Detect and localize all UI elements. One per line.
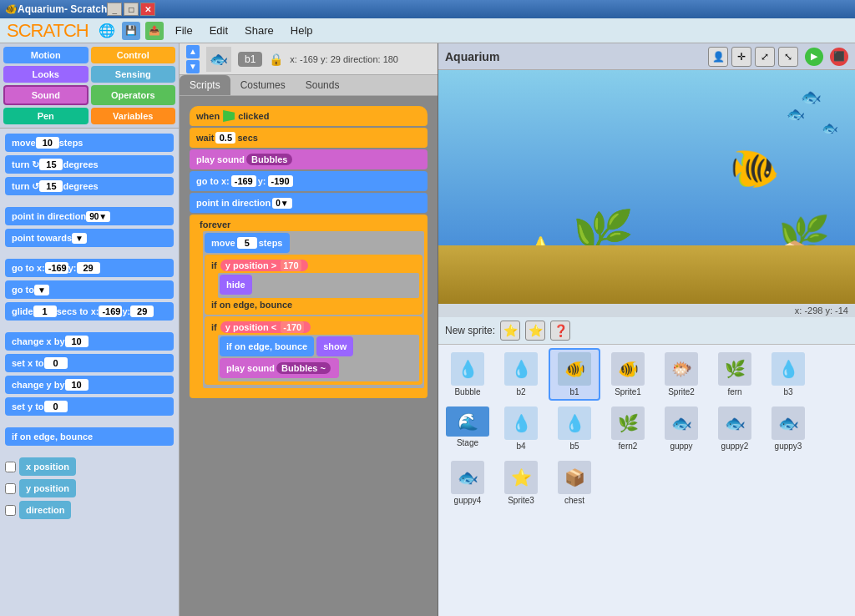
block-edge-bounce-2[interactable]: if on edge, bounce	[220, 336, 314, 356]
block-glide[interactable]: glide 1 secs to x: -169 y: 29	[5, 302, 174, 321]
block-set-y[interactable]: set y to 0	[5, 397, 174, 416]
sprite-thumb-stage[interactable]: 🌊 Stage	[442, 402, 493, 455]
menu-help[interactable]: Help	[284, 21, 320, 40]
full-screen-icon[interactable]: 👤	[708, 47, 728, 67]
block-move-5[interactable]: move 5 steps	[205, 233, 290, 253]
sprite-thumb-b4[interactable]: 💧 b4	[495, 402, 547, 455]
block-if-y-neg170[interactable]: if y position < -170 if on edge, bounce …	[205, 316, 422, 385]
category-sensing[interactable]: Sensing	[91, 66, 176, 83]
block-x-position[interactable]: x position	[19, 457, 76, 476]
sprite-thumb-fern[interactable]: 🌿 fern	[709, 348, 761, 401]
tab-sounds[interactable]: Sounds	[296, 75, 350, 95]
scripts-area[interactable]: when clicked wait 0.5 secs play sound Bu…	[180, 96, 438, 616]
paint-sprite-btn[interactable]: ⭐	[500, 321, 520, 341]
sprite-thumb-fern2[interactable]: 🌿 fern2	[602, 402, 654, 455]
menu-edit[interactable]: Edit	[203, 21, 235, 40]
block-edge-bounce[interactable]: if on edge, bounce	[5, 427, 174, 446]
block-if-y-170[interactable]: if y position > 170 hide if on edge, bou…	[205, 255, 422, 315]
block-hide[interactable]: hide	[220, 275, 252, 295]
block-goto-xy-script[interactable]: go to x: -169 y: -190	[190, 171, 428, 191]
category-pen[interactable]: Pen	[3, 108, 89, 124]
block-change-y[interactable]: change y by 10	[5, 376, 174, 394]
block-move[interactable]: move 10 steps	[5, 134, 174, 152]
expand-icon[interactable]: ⤢	[755, 47, 775, 67]
sprite-img-b4: 💧	[504, 406, 538, 440]
close-button[interactable]: ✕	[140, 3, 155, 16]
check-x-pos[interactable]	[5, 462, 16, 472]
minimize-button[interactable]: _	[107, 3, 122, 16]
save-icon[interactable]: 💾	[122, 22, 140, 40]
block-set-x[interactable]: set x to 0	[5, 354, 174, 372]
sprite-label-sprite1: Sprite1	[615, 387, 641, 396]
sprite-thumb-guppy4[interactable]: 🐟 guppy4	[442, 457, 493, 509]
sand-background	[438, 245, 855, 304]
shrink-icon[interactable]: ⤡	[778, 47, 798, 67]
category-variables[interactable]: Variables	[91, 108, 176, 124]
block-point-dir-script[interactable]: point in direction 0▼	[190, 193, 428, 213]
block-turn-cw[interactable]: turn ↻ 15 degrees	[5, 155, 174, 174]
category-looks[interactable]: Looks	[3, 66, 89, 83]
block-y-position[interactable]: y position	[19, 479, 76, 497]
maximize-button[interactable]: □	[124, 3, 139, 16]
sprite-img-fern: 🌿	[718, 352, 751, 386]
block-show[interactable]: show	[316, 336, 353, 356]
sprite-thumb-bubble[interactable]: 💧 Bubble	[442, 348, 493, 401]
menubar: SCRATCH 🌐 💾 📤 File Edit Share Help	[0, 18, 855, 43]
block-play-sound-2[interactable]: play sound Bubbles ~	[220, 358, 339, 378]
sprite-thumb-b1[interactable]: 🐠 b1	[549, 348, 600, 401]
random-sprite-btn[interactable]: ⭐	[525, 321, 545, 341]
block-goto-xy[interactable]: go to x: -169 y: 29	[5, 259, 174, 277]
globe-icon[interactable]: 🌐	[99, 23, 115, 38]
check-y-pos[interactable]	[5, 483, 16, 494]
upload-sprite-btn[interactable]: ❓	[550, 321, 570, 341]
sprite-coords: x: -169 y: 29 direction: 180	[290, 54, 398, 64]
stage-controls: 👤 ✛ ⤢ ⤡	[708, 47, 798, 67]
block-direction[interactable]: direction	[19, 501, 71, 519]
block-play-sound-1[interactable]: play sound Bubbles	[190, 149, 428, 169]
block-when-clicked[interactable]: when clicked	[190, 106, 428, 126]
sprite-thumb-b3[interactable]: 💧 b3	[762, 348, 814, 401]
share-icon[interactable]: 📤	[145, 22, 164, 40]
sprite-thumb-b2[interactable]: 💧 b2	[495, 348, 547, 401]
sprite-thumbnail: 🐟	[206, 47, 231, 72]
block-point-direction[interactable]: point in direction 90▼	[5, 207, 174, 225]
sprite-thumb-sprite1[interactable]: 🐠 Sprite1	[602, 348, 654, 401]
sprite-img-guppy: 🐟	[665, 406, 698, 440]
green-flag-button[interactable]: ▶	[805, 48, 823, 66]
sprite-thumb-sprite2[interactable]: 🐡 Sprite2	[655, 348, 707, 401]
sprite-thumb-chest[interactable]: 📦 chest	[549, 457, 600, 509]
block-wait[interactable]: wait 0.5 secs	[190, 128, 428, 148]
lock-icon[interactable]: 🔒	[269, 53, 283, 66]
tab-scripts[interactable]: Scripts	[180, 75, 230, 95]
target-icon[interactable]: ✛	[731, 47, 751, 67]
sprite-thumb-b5[interactable]: 💧 b5	[549, 402, 600, 455]
sprite-thumb-guppy[interactable]: 🐟 guppy	[655, 402, 707, 455]
scratch-logo: SCRATCH	[7, 20, 89, 42]
script-stack: when clicked wait 0.5 secs play sound Bu…	[190, 106, 428, 400]
block-change-x[interactable]: change x by 10	[5, 332, 174, 351]
sprite-nav-up[interactable]: ▲	[186, 45, 200, 58]
sprite-thumb-guppy2[interactable]: 🐟 guppy2	[709, 402, 761, 455]
category-sound[interactable]: Sound	[3, 85, 89, 105]
category-control[interactable]: Control	[91, 47, 176, 63]
block-goto[interactable]: go to ▼	[5, 280, 174, 299]
menu-file[interactable]: File	[169, 21, 200, 40]
main-area: Motion Control Looks Sensing Sound Opera…	[0, 43, 855, 616]
sprite-header: ▲ ▼ 🐟 b1 🔒 x: -169 y: 29 direction: 180	[180, 43, 438, 75]
menu-share[interactable]: Share	[238, 21, 281, 40]
block-point-towards[interactable]: point towards ▼	[5, 229, 174, 247]
reporter-y-position: y position	[5, 479, 174, 497]
block-list: move 10 steps turn ↻ 15 degrees turn ↺ 1…	[0, 129, 179, 616]
check-direction[interactable]	[5, 505, 16, 516]
category-motion[interactable]: Motion	[3, 47, 89, 63]
block-turn-ccw[interactable]: turn ↺ 15 degrees	[5, 177, 174, 195]
category-operators[interactable]: Operators	[91, 85, 176, 105]
sprite-thumb-guppy3[interactable]: 🐟 guppy3	[762, 402, 814, 455]
sprite-thumb-sprite3[interactable]: ⭐ Sprite3	[495, 457, 547, 509]
reporter-x-position: x position	[5, 457, 174, 476]
sprite-label-b2: b2	[516, 387, 525, 396]
tab-costumes[interactable]: Costumes	[230, 75, 296, 95]
stop-button[interactable]: ⬛	[830, 48, 848, 66]
block-forever[interactable]: forever move 5 steps if y position > 170	[190, 215, 428, 398]
sprite-nav-down[interactable]: ▼	[186, 60, 200, 73]
